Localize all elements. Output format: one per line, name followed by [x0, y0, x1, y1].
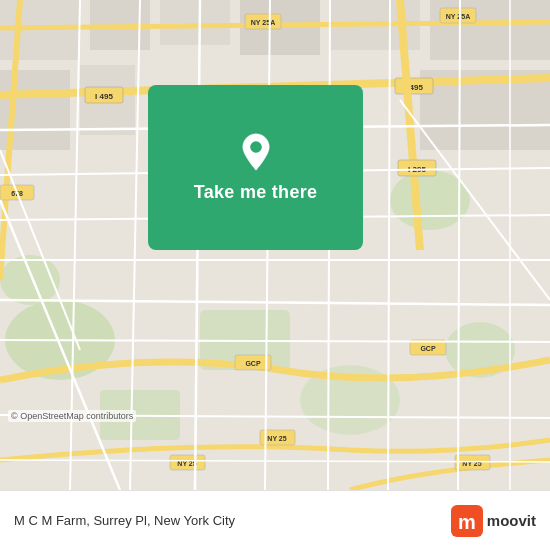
moovit-logo: m moovit	[451, 505, 536, 537]
svg-text:NY 25A: NY 25A	[446, 13, 470, 20]
map-area: I 495 I 495 NY 25A NY 25A I 295 678 GCP …	[0, 0, 550, 490]
location-label: M C M Farm, Surrey Pl, New York City	[14, 513, 235, 528]
take-me-there-button[interactable]: Take me there	[194, 182, 318, 203]
svg-rect-10	[160, 0, 230, 45]
app-container: I 495 I 495 NY 25A NY 25A I 295 678 GCP …	[0, 0, 550, 550]
svg-point-62	[250, 141, 262, 153]
bottom-bar: M C M Farm, Surrey Pl, New York City m m…	[0, 490, 550, 550]
moovit-brand-name: moovit	[487, 512, 536, 529]
svg-text:GCP: GCP	[245, 360, 261, 367]
svg-point-4	[390, 170, 470, 230]
svg-text:GCP: GCP	[420, 345, 436, 352]
moovit-logo-icon: m	[451, 505, 483, 537]
map-pin-icon	[236, 132, 276, 172]
svg-text:m: m	[458, 511, 476, 533]
svg-text:I 495: I 495	[95, 92, 113, 101]
svg-text:NY 25A: NY 25A	[251, 19, 275, 26]
svg-text:NY 25: NY 25	[267, 435, 286, 442]
copyright-text: © OpenStreetMap contributors	[8, 410, 136, 422]
location-card: Take me there	[148, 85, 363, 250]
